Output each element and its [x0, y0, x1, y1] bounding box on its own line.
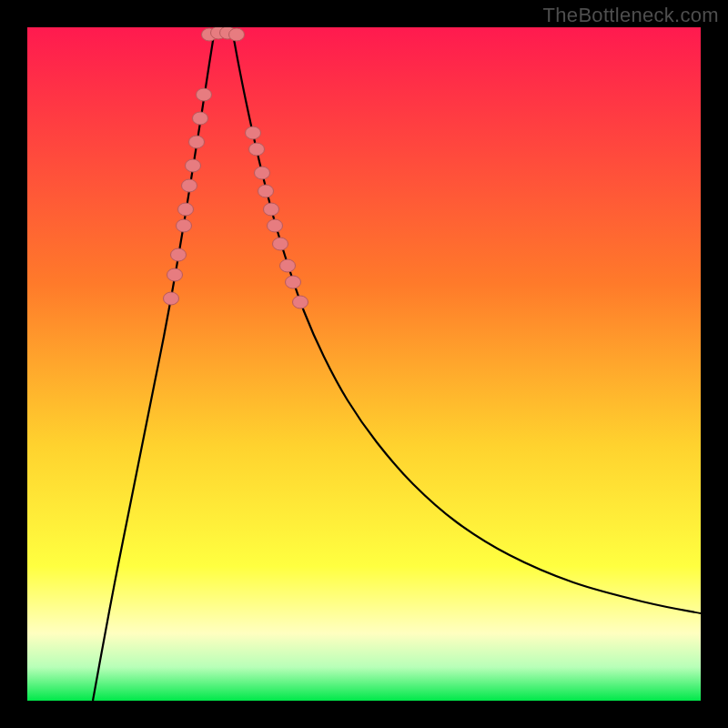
curve-dots-group [164, 27, 308, 308]
data-point-dot [178, 203, 194, 216]
data-point-dot [167, 268, 183, 281]
data-point-dot [193, 112, 208, 125]
data-point-dot [280, 259, 296, 272]
data-point-dot [286, 276, 301, 288]
bottleneck-curve [27, 27, 701, 701]
data-point-dot [268, 219, 283, 232]
data-point-dot [255, 167, 270, 179]
data-point-dot [246, 126, 261, 139]
data-point-dot [293, 296, 308, 308]
data-point-dot [171, 248, 187, 261]
plot-area [27, 27, 701, 701]
chart-frame: TheBottleneck.com [0, 0, 728, 728]
data-point-dot [164, 292, 179, 305]
data-point-dot [264, 203, 279, 216]
data-point-dot [229, 28, 245, 41]
data-point-dot [186, 159, 201, 172]
data-point-dot [258, 185, 274, 197]
data-point-dot [273, 238, 288, 250]
data-point-dot [249, 143, 265, 156]
watermark-text: TheBottleneck.com [543, 4, 719, 27]
data-point-dot [189, 136, 205, 148]
data-point-dot [197, 88, 212, 101]
curve-right-branch [232, 29, 701, 613]
curve-left-branch [93, 29, 215, 701]
data-point-dot [177, 219, 192, 232]
data-point-dot [182, 179, 197, 192]
